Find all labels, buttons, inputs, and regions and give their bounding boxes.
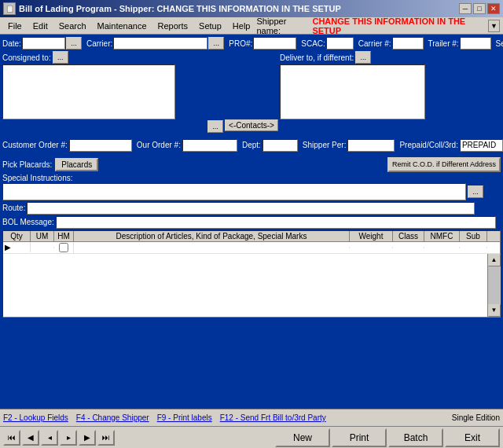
bol-message-section: BOL Message: (2, 216, 501, 229)
placards-button[interactable]: Placards (55, 158, 98, 171)
f9-status[interactable]: F9 - Print labels (157, 413, 212, 422)
title-bar: 📋 Bill of Lading Program - Shipper: CHAN… (0, 0, 503, 17)
menu-reports[interactable]: Reports (153, 20, 193, 32)
row-nmfc (424, 247, 460, 248)
route-label: Route: (2, 204, 25, 212)
f4-status[interactable]: F4 - Change Shipper (76, 413, 149, 422)
shipper-name-label: Shipper name: (256, 17, 309, 35)
deliver-col: Deliver to, if different: ... (280, 51, 501, 133)
nav-first-button[interactable]: ⏮ (3, 430, 20, 446)
nav-last-button[interactable]: ⏭ (97, 430, 115, 446)
row-arrow: ▶ (5, 243, 11, 252)
prepaid-input[interactable] (460, 139, 503, 152)
prepaid-col-label: Prepaid/Coll/3rd: (399, 141, 457, 149)
dept-label: Dept: (242, 141, 261, 149)
placards-row: Pick Placards: Placards Remit C.O.D. if … (2, 157, 501, 172)
f2-status[interactable]: F2 - Lookup Fields (3, 413, 68, 422)
menu-help[interactable]: Help (228, 20, 255, 32)
hm-checkbox[interactable] (59, 243, 68, 252)
print-button[interactable]: Print (332, 428, 387, 447)
row-hm (54, 242, 74, 253)
scroll-down-button[interactable]: ▼ (488, 304, 501, 317)
top-row: Date: ... Carrier: ... PRO#: SCAC: Carri… (2, 37, 501, 50)
consigned-col: Consigned to: ... ... (2, 51, 223, 133)
articles-table: Qty UM HM Description of Articles, Kind … (2, 230, 501, 318)
pick-placards-label: Pick Placards: (2, 160, 52, 169)
scroll-track (488, 266, 501, 304)
shipper-per-input[interactable] (347, 139, 395, 152)
consigned-textarea[interactable] (2, 64, 175, 119)
consigned-label: Consigned to: (2, 53, 51, 62)
table-header: Qty UM HM Description of Articles, Kind … (3, 231, 500, 242)
col-nmfc: NMFC (424, 231, 460, 241)
status-bar: F2 - Lookup Fields F4 - Change Shipper F… (0, 409, 503, 426)
customer-order-label: Customer Order #: (2, 141, 68, 149)
special-instructions-input[interactable] (2, 183, 466, 200)
special-instructions-lookup[interactable]: ... (468, 185, 483, 198)
app-icon: 📋 (3, 2, 16, 15)
nav-next-button[interactable]: ▸ (60, 430, 77, 446)
batch-button[interactable]: Batch (388, 428, 443, 447)
nav-next-page-button[interactable]: ▶ (79, 430, 96, 446)
row-um (31, 247, 54, 248)
deliver-label: Deliver to, if different: (280, 53, 354, 62)
route-input[interactable] (27, 202, 475, 215)
maximize-button[interactable]: □ (473, 3, 486, 14)
nav-prev-button[interactable]: ◂ (41, 430, 58, 446)
scac-input[interactable] (326, 37, 354, 50)
trailer-label: Trailer #: (428, 39, 459, 48)
row-indicator: ▶ (3, 242, 31, 252)
trailer-input[interactable] (460, 37, 491, 50)
carrier-lookup-button[interactable]: ... (208, 37, 224, 50)
main-content: Date: ... Carrier: ... PRO#: SCAC: Carri… (0, 35, 503, 409)
carrier-label: Carrier: (86, 39, 112, 48)
shipper-name-value: CHANGE THIS INFORMATION IN THE SETUP (312, 17, 484, 35)
col-hm: HM (54, 231, 74, 241)
close-button[interactable]: ✕ (487, 3, 500, 14)
consigned-lookup-button[interactable]: ... (53, 51, 68, 64)
new-button[interactable]: New (275, 428, 330, 447)
scroll-up-button[interactable]: ▲ (488, 254, 501, 266)
remit-cod-button[interactable]: Remit C.O.D. if Different Address (387, 157, 501, 172)
date-lookup-button[interactable]: ... (66, 37, 82, 50)
date-input[interactable] (22, 37, 65, 50)
row-class (393, 247, 424, 248)
bol-message-label: BOL Message: (2, 218, 54, 226)
deliver-textarea[interactable] (280, 64, 425, 119)
consigned-more-button[interactable]: ... (207, 120, 223, 133)
menu-search[interactable]: Search (54, 20, 91, 32)
pro-label: PRO#: (229, 39, 252, 48)
exit-button[interactable]: Exit (445, 428, 500, 447)
bol-message-input[interactable] (56, 216, 496, 229)
nav-bar: ⏮ ◀ ◂ ▸ ▶ ⏭ New Print Batch Exit (0, 426, 503, 448)
menu-bar: File Edit Search Maintenance Reports Set… (0, 17, 503, 35)
our-order-label: Our Order #: (137, 141, 181, 149)
special-instructions-section: Special Instructions: ... (2, 174, 501, 200)
col-description: Description of Articles, Kind of Package… (74, 231, 350, 241)
contacts-button[interactable]: <-Contacts-> (225, 119, 278, 131)
special-instructions-label: Special Instructions: (2, 174, 73, 182)
menu-maintenance[interactable]: Maintenance (93, 20, 152, 32)
f12-status[interactable]: F12 - Send Frt Bill to/3rd Party (220, 413, 326, 422)
menu-file[interactable]: File (3, 20, 27, 32)
carrier-num-label: Carrier #: (358, 39, 391, 48)
carrier-num-input[interactable] (392, 37, 424, 50)
nav-prev-page-button[interactable]: ◀ (22, 430, 39, 446)
our-order-input[interactable] (182, 139, 237, 152)
minimize-button[interactable]: ─ (459, 3, 472, 14)
table-container: Qty UM HM Description of Articles, Kind … (2, 230, 501, 318)
menu-edit[interactable]: Edit (28, 20, 53, 32)
dept-input[interactable] (263, 139, 298, 152)
row-description (74, 247, 350, 248)
menu-setup[interactable]: Setup (194, 20, 226, 32)
row-weight (350, 247, 393, 248)
pro-input[interactable] (253, 37, 296, 50)
middle-section: Consigned to: ... ... <-Contacts-> Deliv… (2, 51, 501, 133)
table-row: ▶ (3, 242, 500, 254)
carrier-input[interactable] (113, 37, 207, 50)
shipper-dropdown-arrow[interactable]: ▼ (488, 20, 500, 32)
table-body-empty: ▲ ▼ (3, 254, 500, 317)
deliver-lookup-button[interactable]: ... (355, 51, 371, 64)
shipper-per-label: Shipper Per: (303, 141, 347, 149)
customer-order-input[interactable] (69, 139, 132, 152)
